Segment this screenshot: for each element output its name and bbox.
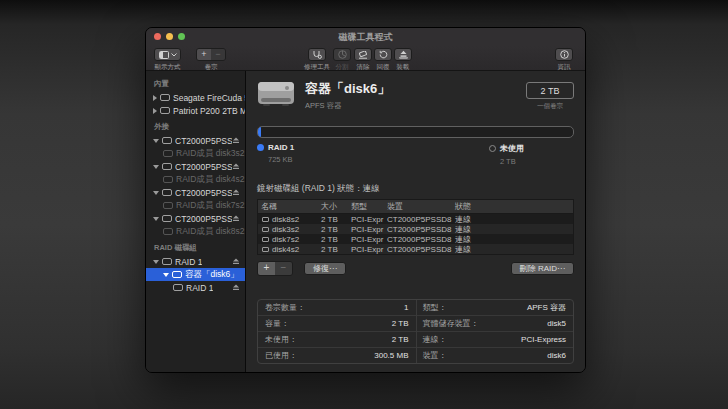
info-capacity: 容量： 2 TB — [258, 316, 416, 332]
sidebar-item-ct2000-1[interactable]: CT2000P5PSSD8… — [146, 134, 245, 147]
add-member-button[interactable]: + — [258, 262, 275, 275]
restore-button[interactable]: 回復 — [374, 48, 392, 72]
sidebar-item-raid1-volume[interactable]: RAID 1 — [146, 281, 245, 294]
disk-icon — [262, 217, 269, 222]
eject-icon[interactable] — [232, 215, 245, 222]
info-icon — [560, 50, 569, 59]
disclosure-triangle[interactable] — [153, 139, 159, 143]
sidebar-item-patriot[interactable]: Patriot P200 2TB Me… — [146, 104, 245, 117]
sidebar-item-label: RAID 1 — [186, 283, 213, 293]
delete-raid-button[interactable]: 刪除 RAID⋯ — [511, 262, 574, 275]
table-row[interactable]: disk8s2 2 TB PCI-Expr… CT2000P5PSSD8 Med… — [258, 214, 573, 224]
sidebar-item-ct2000-4[interactable]: CT2000P5PSSD8… — [146, 212, 245, 225]
titlebar: 磁碟工具程式 — [146, 28, 585, 46]
info-connection: 連線： PCI-Express — [416, 332, 574, 348]
window-title: 磁碟工具程式 — [339, 31, 393, 44]
cell-size: 2 TB — [318, 245, 348, 254]
page-subtitle: APFS 容器 — [305, 101, 390, 111]
info-label: 卷宗數量： — [265, 302, 305, 313]
sidebar-item-label: RAID成員 disk7s2… — [176, 200, 245, 212]
cell-name: disk3s2 — [272, 225, 299, 234]
column-header-status[interactable]: 狀態 — [452, 201, 573, 212]
disclosure-triangle[interactable] — [163, 273, 169, 277]
sidebar-item-ct2000-3[interactable]: CT2000P5PSSD8… — [146, 186, 245, 199]
disclosure-triangle[interactable] — [153, 217, 159, 221]
column-header-size[interactable]: 大小 — [318, 201, 348, 212]
disclosure-triangle[interactable] — [153, 165, 159, 169]
info-used: 已使用： 300.5 MB — [258, 348, 416, 363]
drive-icon — [163, 228, 173, 235]
hard-drive-icon — [257, 80, 295, 107]
raid-status-title: 鏡射磁碟組 (RAID 1) 狀態：連線 — [257, 183, 574, 195]
drive-icon — [163, 202, 173, 209]
mount-icon — [399, 50, 408, 59]
legend-item-unused[interactable]: 未使用 2 TB — [489, 143, 524, 166]
close-button[interactable] — [154, 33, 161, 40]
eject-icon[interactable] — [232, 137, 245, 144]
first-aid-button[interactable]: 修理工具 — [304, 48, 330, 72]
column-header-device[interactable]: 裝置 — [384, 201, 452, 212]
column-header-name[interactable]: 名稱 — [258, 201, 318, 212]
table-row[interactable]: disk7s2 2 TB PCI-Expr… CT2000P5PSSD8 Med… — [258, 234, 573, 244]
usage-bar — [257, 126, 574, 138]
remove-member-button[interactable]: − — [275, 262, 292, 275]
first-aid-label: 修理工具 — [304, 63, 330, 72]
cell-name: disk4s2 — [272, 245, 299, 254]
member-add-remove: + − — [257, 261, 293, 276]
info-value: 2 TB — [392, 335, 409, 344]
eject-icon[interactable] — [232, 163, 245, 170]
info-value: disk6 — [547, 351, 566, 360]
column-header-type[interactable]: 類型 — [348, 201, 384, 212]
toolbar: 顯示方式 + − 卷宗 修理工具 分割 — [146, 46, 585, 71]
legend-label: RAID 1 — [268, 143, 294, 152]
disclosure-triangle[interactable] — [153, 108, 157, 114]
sidebar-item-seagate[interactable]: Seagate FireCuda 51… — [146, 91, 245, 104]
sidebar-item-container-disk6[interactable]: 容器「disk6」 — [146, 268, 245, 281]
table-row[interactable]: disk3s2 2 TB PCI-Expr… CT2000P5PSSD8 Med… — [258, 224, 573, 234]
sidebar-item-raid-member-disk8s2[interactable]: RAID成員 disk8s2… — [146, 225, 245, 238]
sidebar-group-internal: 內置 — [146, 74, 245, 91]
container-header: 容器「disk6」 APFS 容器 2 TB 一個卷宗 — [257, 80, 574, 111]
info-button[interactable]: 資訊 — [555, 48, 573, 72]
erase-icon — [358, 51, 368, 59]
repair-button[interactable]: 修復⋯ — [304, 262, 346, 275]
eject-icon[interactable] — [232, 189, 245, 196]
total-size-badge: 2 TB — [526, 82, 574, 99]
add-volume-button[interactable]: + — [197, 49, 211, 60]
sidebar-item-label: CT2000P5PSSD8… — [175, 188, 232, 198]
sidebar-item-raid1[interactable]: RAID 1 — [146, 255, 245, 268]
disclosure-triangle[interactable] — [153, 260, 159, 264]
disclosure-triangle[interactable] — [153, 191, 159, 195]
table-row[interactable]: disk4s2 2 TB PCI-Expr… CT2000P5PSSD8 Med… — [258, 244, 573, 254]
eject-icon[interactable] — [232, 258, 245, 265]
cell-device: CT2000P5PSSD8 Media — [384, 215, 452, 224]
partition-button[interactable]: 分割 — [333, 48, 351, 72]
cell-status: 連線 — [452, 244, 573, 255]
eject-icon[interactable] — [232, 284, 245, 291]
drive-icon — [163, 176, 173, 183]
sidebar-item-label: CT2000P5PSSD8… — [175, 214, 232, 224]
drive-icon — [162, 258, 172, 265]
drive-icon — [162, 189, 172, 196]
minimize-button[interactable] — [166, 33, 173, 40]
desktop: 磁碟工具程式 顯示方式 + − 卷宗 — [0, 0, 728, 409]
view-button[interactable]: 顯示方式 — [154, 48, 181, 72]
info-panel: 卷宗數量： 1 類型： APFS 容器 容量： 2 TB 實體儲存裝置： dis… — [257, 299, 574, 364]
mount-button[interactable]: 裝載 — [394, 48, 412, 72]
erase-button[interactable]: 清除 — [354, 48, 372, 72]
info-value: PCI-Express — [521, 335, 566, 344]
sidebar-item-raid-member-disk4s2[interactable]: RAID成員 disk4s2… — [146, 173, 245, 186]
sidebar-item-raid-member-disk3s2[interactable]: RAID成員 disk3s2… — [146, 147, 245, 160]
remove-volume-button[interactable]: − — [211, 49, 225, 60]
sidebar-item-label: CT2000P5PSSD8… — [175, 136, 232, 146]
info-volume-count: 卷宗數量： 1 — [258, 300, 416, 316]
page-title: 容器「disk6」 — [305, 80, 390, 98]
sidebar-item-ct2000-2[interactable]: CT2000P5PSSD8… — [146, 160, 245, 173]
zoom-button[interactable] — [178, 33, 185, 40]
info-label: 實體儲存裝置： — [423, 318, 479, 329]
info-value: disk5 — [547, 319, 566, 328]
sidebar-item-raid-member-disk7s2[interactable]: RAID成員 disk7s2… — [146, 199, 245, 212]
info-label: 未使用： — [265, 334, 297, 345]
disclosure-triangle[interactable] — [153, 95, 157, 101]
legend-item-raid1[interactable]: RAID 1 725 KB — [257, 143, 489, 166]
